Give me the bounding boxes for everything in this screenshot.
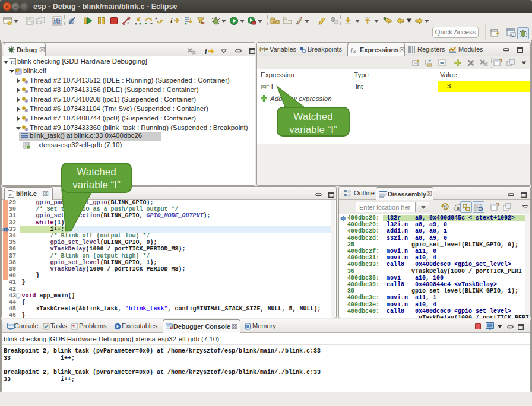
svg-text:C: C	[11, 59, 15, 65]
svg-text:i: i	[170, 16, 173, 25]
svg-text:c: c	[9, 192, 12, 198]
svg-text:010: 010	[53, 21, 61, 26]
svg-text:x: x	[353, 48, 356, 54]
svg-text:C: C	[511, 33, 514, 37]
svg-text:i: i	[205, 47, 207, 55]
